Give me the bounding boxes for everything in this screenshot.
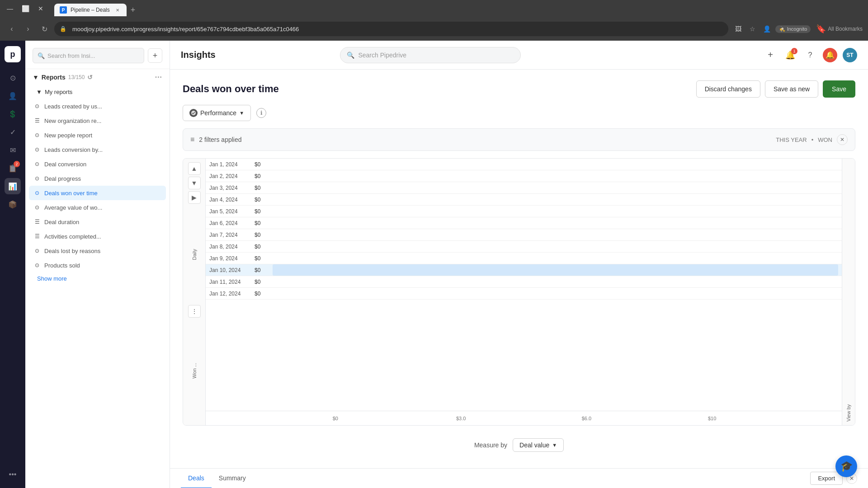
nav-item-mail[interactable]: ✉ [5,142,21,158]
address-bar[interactable]: 🔒 moodjoy.pipedrive.com/progress/insight… [54,22,728,36]
reports-more-btn[interactable]: ⋯ [155,73,162,81]
nav-item-contacts[interactable]: 👤 [5,88,21,104]
axis-right-btn[interactable]: ▶ [188,191,201,204]
chart-bar-area-1 [273,160,838,169]
help-btn[interactable]: ? [803,48,817,62]
browser-window-controls: — ⬜ ✕ [4,2,47,15]
tab-bar: P Pipeline – Deals ✕ + [51,1,143,16]
bell-icon-btn[interactable]: 🔔 [823,48,837,62]
url-text: moodjoy.pipedrive.com/progress/insights/… [72,26,299,33]
export-btn[interactable]: Export [810,472,843,485]
sidebar-add-btn[interactable]: + [148,48,162,63]
leads-conversion-label: Leads conversion by... [44,146,103,153]
nav-item-products[interactable]: 📦 [5,196,21,212]
nav-item-deals[interactable]: 💲 [5,106,21,122]
nav-rail: p ⊙ 👤 💲 ✓ ✉ 📋 2 📊 📦 ••• [0,41,25,488]
add-btn[interactable]: + [763,48,778,62]
tab-summary[interactable]: Summary [212,469,253,488]
incognito-icon: 🕵 [779,26,785,32]
sidebar-item-activities-completed[interactable]: ☰ Activities completed... [29,229,166,244]
save-btn[interactable]: Save [823,80,855,98]
window-close-btn[interactable]: ✕ [34,2,47,15]
bookmark-star-icon[interactable]: ☆ [746,23,759,35]
nav-item-more[interactable]: ••• [5,466,21,483]
view-by-label: View by [842,159,855,425]
window-maximize-btn[interactable]: ⬜ [19,2,32,15]
window-minimize-btn[interactable]: — [4,2,16,15]
measure-by-label: Measure by [474,441,507,449]
row-value-5: $0 [255,208,273,215]
sidebar-item-new-people[interactable]: ⊙ New people report [29,128,166,142]
sidebar-item-deals-lost[interactable]: ⊙ Deals lost by reasons [29,244,166,258]
filter-period: THIS YEAR [776,136,807,143]
activities-completed-label: Activities completed... [44,233,101,240]
sidebar-item-leads-created[interactable]: ⊙ Leads created by us... [29,99,166,113]
bookmarks-icon[interactable]: 🔖 [816,24,826,34]
help-fab[interactable]: 🎓 [835,455,857,477]
incognito-badge: 🕵 Incognito [775,25,811,33]
browser-back-btn[interactable]: ‹ [5,23,18,35]
filter-right: THIS YEAR • WON ✕ [776,134,848,145]
nav-item-activities[interactable]: ✓ [5,124,21,140]
sidebar-item-deal-duration[interactable]: ☰ Deal duration [29,215,166,229]
table-icon-1: ☰ [33,117,41,124]
nav-item-reports[interactable]: 📊 [5,178,21,194]
main-content: Insights 🔍 Search Pipedrive + 🔔 1 ? 🔔 ST [170,41,868,488]
nav-item-leads[interactable]: 📋 2 [5,160,21,176]
axis-more-btn[interactable]: ⋮ [188,305,201,318]
nav-item-home[interactable]: ⊙ [5,70,21,86]
save-as-new-btn[interactable]: Save as new [765,80,818,98]
browser-refresh-btn[interactable]: ↻ [38,23,51,35]
show-more-link[interactable]: Show more [29,272,166,285]
app-logo[interactable]: p [5,46,21,62]
sidebar-reports-header[interactable]: ▼ Reports 13/150 ↺ ⋯ [25,69,170,85]
tab-close-btn[interactable]: ✕ [114,6,121,14]
axis-down-btn[interactable]: ▼ [188,177,201,189]
sidebar-item-deals-won[interactable]: ⊙ Deals won over time [29,186,166,200]
table-icon-2: ☰ [33,218,41,225]
chart-bar-area-10 [273,264,838,276]
deal-duration-label: Deal duration [44,219,79,225]
address-bar-row: ‹ › ↻ 🔒 moodjoy.pipedrive.com/progress/i… [0,17,868,41]
header-search[interactable]: 🔍 Search Pipedrive [340,47,521,63]
sidebar-item-avg-value[interactable]: ⊙ Average value of wo... [29,200,166,215]
circle-icon-3: ⊙ [33,146,41,153]
no-image-icon[interactable]: 🖼 [732,23,745,35]
performance-label: Performance [200,109,236,117]
measure-by-dropdown[interactable]: Deal value ▼ [513,438,564,452]
sidebar-search-icon: 🔍 [38,52,45,59]
lock-icon: 🔒 [60,26,66,32]
table-row: Jan 7, 2024 $0 [206,229,842,241]
my-reports-header[interactable]: ▼ My reports [29,85,166,99]
notifications-btn[interactable]: 🔔 1 [783,48,797,62]
my-reports-label: My reports [45,89,72,95]
circle-icon-8: ⊙ [33,247,41,254]
table-row: Jan 11, 2024 $0 [206,276,842,288]
table-row: Jan 9, 2024 $0 [206,253,842,264]
new-tab-btn[interactable]: + [127,4,139,16]
sidebar-item-new-org[interactable]: ☰ New organization re... [29,113,166,128]
chart-bar-area-6 [273,219,838,227]
reports-reset-icon[interactable]: ↺ [87,74,93,81]
performance-btn[interactable]: Performance ▼ [183,105,251,121]
deals-lost-label: Deals lost by reasons [44,248,100,254]
browser-profile-icon[interactable]: 👤 [761,23,774,35]
discard-changes-btn[interactable]: Discard changes [696,80,760,98]
row-value-6: $0 [255,220,273,226]
filter-close-btn[interactable]: ✕ [837,134,848,145]
row-date-3: Jan 3, 2024 [209,185,255,191]
tab-deals[interactable]: Deals [181,469,212,488]
bottom-tabs-left: Deals Summary [181,469,253,488]
sidebar-search-input[interactable]: 🔍 Search from Insi... [33,48,144,63]
sidebar-item-deal-conversion[interactable]: ⊙ Deal conversion [29,157,166,171]
sidebar-item-deal-progress[interactable]: ⊙ Deal progress [29,171,166,186]
sidebar-item-products-sold[interactable]: ⊙ Products sold [29,258,166,272]
row-date-10: Jan 10, 2024 [209,267,255,273]
browser-tab-active[interactable]: P Pipeline – Deals ✕ [54,4,127,16]
sidebar-item-leads-conversion[interactable]: ⊙ Leads conversion by... [29,142,166,157]
axis-up-btn[interactable]: ▲ [188,162,201,175]
info-icon[interactable]: ℹ [256,108,266,118]
user-avatar[interactable]: ST [843,48,857,62]
row-date-12: Jan 12, 2024 [209,291,255,297]
browser-forward-btn[interactable]: › [22,23,34,35]
